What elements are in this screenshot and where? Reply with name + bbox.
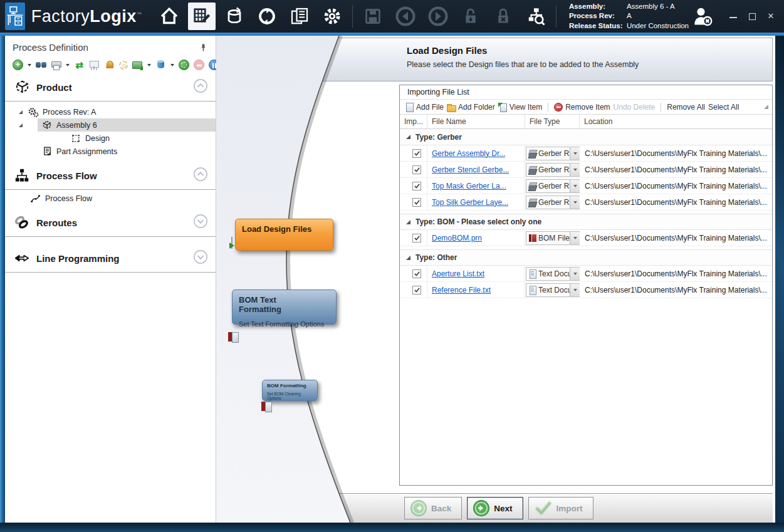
tree-item-process-rev[interactable]: Process Rev: A <box>5 105 216 118</box>
file-row[interactable]: Top Silk Gerber Laye... Gerber RS-274 C:… <box>400 194 772 211</box>
undo-delete-button[interactable]: Undo Delete <box>614 103 656 112</box>
save-icon[interactable] <box>359 3 387 30</box>
file-row[interactable]: Gerber Stencil Gerbe... Gerber RS-274 C:… <box>400 162 772 178</box>
export-folder-dropdown-icon[interactable] <box>132 60 143 70</box>
flow-node-bom-text-formatting[interactable]: BOM Text Formatting Set Text Formatting … <box>232 289 337 325</box>
group-row[interactable]: Type: BOM - Please select only one <box>400 214 772 230</box>
add-dropdown-icon[interactable] <box>13 60 23 70</box>
print-dropdown-icon[interactable] <box>51 60 61 70</box>
dropdown-caret-icon[interactable] <box>147 64 151 66</box>
home-icon[interactable] <box>155 3 183 30</box>
collapse-up-icon[interactable] <box>193 78 208 96</box>
file-type-combo[interactable]: BOM File <box>526 231 580 245</box>
file-name-link[interactable]: Top Silk Gerber Laye... <box>432 198 508 207</box>
section-process-flow[interactable]: Process Flow <box>5 163 216 188</box>
expand-down-icon[interactable] <box>193 214 208 231</box>
column-header-import[interactable]: Imp... <box>400 115 427 128</box>
presentation-icon[interactable] <box>89 60 100 70</box>
file-row[interactable]: Top Mask Gerber La... Gerber RS-274 C:\U… <box>400 178 772 194</box>
resize-grip-icon[interactable] <box>764 105 768 109</box>
notification-bell-icon[interactable] <box>104 60 115 70</box>
expander-icon[interactable] <box>19 110 23 114</box>
import-checkbox[interactable] <box>412 165 421 174</box>
file-type-combo[interactable]: Gerber RS-274 <box>526 179 580 193</box>
section-reroutes[interactable]: Reroutes <box>5 210 216 235</box>
dropdown-caret-icon[interactable] <box>66 64 70 66</box>
section-product[interactable]: Product <box>5 75 216 100</box>
select-all-button[interactable]: Select All <box>708 103 739 112</box>
file-row[interactable]: DemoBOM.prn BOM File C:\Users\user1\Docu… <box>400 230 772 246</box>
file-name-link[interactable]: Reference File.txt <box>432 286 491 295</box>
import-checkbox[interactable] <box>412 198 421 207</box>
combo-dropdown-icon[interactable] <box>570 196 580 209</box>
file-name-link[interactable]: DemoBOM.prn <box>432 234 482 243</box>
group-expander-icon[interactable] <box>406 135 410 139</box>
remove-all-button[interactable]: Remove All <box>667 103 705 112</box>
refresh-icon[interactable] <box>179 60 189 70</box>
combo-dropdown-icon[interactable] <box>570 284 580 296</box>
file-type-combo[interactable]: Text Document <box>526 283 580 297</box>
group-row[interactable]: Type: Gerber <box>400 129 772 145</box>
minimize-button[interactable] <box>729 13 738 20</box>
dropdown-caret-icon[interactable] <box>28 64 31 66</box>
import-checkbox[interactable] <box>412 286 421 295</box>
back-button[interactable]: Back <box>404 497 462 519</box>
gear-disabled-icon[interactable] <box>119 61 128 70</box>
tree-item-part-assignments[interactable]: Part Assignments <box>5 145 216 158</box>
remove-disabled-icon[interactable] <box>194 60 204 70</box>
remove-item-button[interactable]: Remove Item <box>554 103 610 112</box>
process-design-icon[interactable] <box>188 3 216 30</box>
combo-dropdown-icon[interactable] <box>570 232 580 244</box>
maximize-button[interactable] <box>748 13 756 20</box>
sync-icon[interactable] <box>253 3 281 30</box>
combo-dropdown-icon[interactable] <box>570 268 580 280</box>
nav-back-icon[interactable] <box>392 3 419 30</box>
file-row[interactable]: Gerber Assembly Dr... Gerber RS-274 C:\U… <box>400 145 772 162</box>
import-checkbox[interactable] <box>412 234 421 243</box>
expand-down-icon[interactable] <box>193 249 208 267</box>
tree-item-design[interactable]: Design <box>5 132 216 145</box>
add-file-button[interactable]: Add File <box>405 103 444 112</box>
file-type-combo[interactable]: Gerber RS-274 <box>526 196 580 209</box>
file-type-combo[interactable]: Gerber RS-274 <box>526 147 580 160</box>
file-name-link[interactable]: Gerber Assembly Dr... <box>432 149 505 158</box>
next-button[interactable]: Next <box>467 497 523 519</box>
unlock-icon[interactable] <box>457 3 484 30</box>
import-checkbox[interactable] <box>412 182 421 190</box>
collapse-up-icon[interactable] <box>193 167 208 184</box>
column-header-location[interactable]: Location <box>580 115 772 128</box>
flowchart-search-icon[interactable] <box>522 3 550 30</box>
close-button[interactable]: ✕ <box>766 13 775 20</box>
combo-dropdown-icon[interactable] <box>570 147 580 160</box>
file-name-link[interactable]: Aperture List.txt <box>432 269 484 278</box>
group-row[interactable]: Type: Other <box>400 249 772 266</box>
file-name-link[interactable]: Top Mask Gerber La... <box>432 182 506 190</box>
import-checkbox[interactable] <box>412 269 421 278</box>
flow-node-load-design-files[interactable]: Load Design Files <box>235 219 333 251</box>
group-expander-icon[interactable] <box>406 220 410 224</box>
add-folder-button[interactable]: Add Folder <box>447 103 495 112</box>
tree-item-assembly[interactable]: Assembly 6 <box>5 118 216 132</box>
file-name-link[interactable]: Gerber Stencil Gerbe... <box>432 165 509 174</box>
section-line-programming[interactable]: Line Programming <box>5 246 216 271</box>
file-type-combo[interactable]: Text Document <box>526 267 580 281</box>
file-type-combo[interactable]: Gerber RS-274 <box>526 163 580 177</box>
column-header-file-type[interactable]: File Type <box>525 115 580 128</box>
import-button[interactable]: Import <box>528 497 593 519</box>
group-expander-icon[interactable] <box>406 256 410 260</box>
pin-icon[interactable] <box>199 43 208 55</box>
dropdown-caret-icon[interactable] <box>170 64 174 66</box>
view-item-button[interactable]: View Item <box>498 103 542 112</box>
compare-arrows-icon[interactable]: ⇄ <box>74 60 85 70</box>
lock-cancel-icon[interactable] <box>489 3 517 30</box>
database-dropdown-icon[interactable] <box>155 60 166 70</box>
file-row[interactable]: Reference File.txt Text Document C:\User… <box>400 282 772 298</box>
tree-item-process-flow[interactable]: Process Flow <box>5 191 216 206</box>
nav-forward-icon[interactable] <box>424 3 452 30</box>
combo-dropdown-icon[interactable] <box>570 164 580 176</box>
user-logout-icon[interactable] <box>689 3 716 30</box>
flow-node-bom-formatting[interactable]: BOM Formatting Set BOM Cleaning Options <box>262 380 318 401</box>
expander-icon[interactable] <box>19 123 23 127</box>
find-binoculars-icon[interactable] <box>36 60 46 70</box>
data-import-icon[interactable] <box>221 3 248 30</box>
